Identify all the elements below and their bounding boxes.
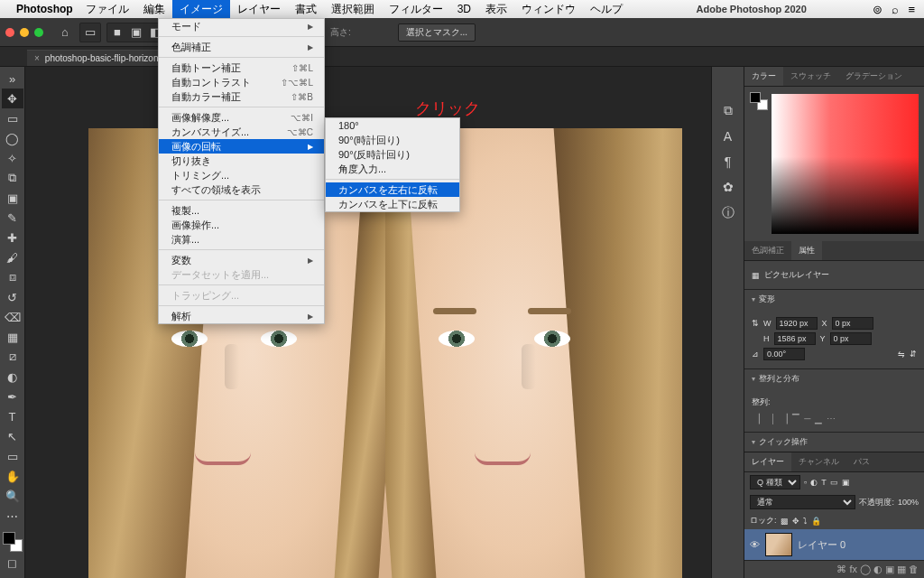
brush-tool-icon[interactable]: 🖌	[2, 247, 23, 267]
layer-row[interactable]: 👁 レイヤー 0	[744, 529, 924, 560]
menu-ウィンドウ[interactable]: ウィンドウ	[514, 0, 583, 18]
filter-image-icon[interactable]: ▫	[804, 478, 807, 487]
tab-channels[interactable]: チャンネル	[791, 452, 846, 471]
home-icon[interactable]: ⌂	[56, 23, 74, 42]
info-panel-icon[interactable]: ⓘ	[722, 205, 735, 221]
menu-ファイル[interactable]: ファイル	[79, 0, 136, 18]
tab-properties[interactable]: 属性	[791, 241, 822, 260]
opacity-value[interactable]: 100%	[898, 498, 919, 507]
filter-adjust-icon[interactable]: ◐	[810, 478, 818, 487]
menu-icon[interactable]: ≡	[908, 3, 915, 16]
fx-icon[interactable]: fx	[849, 564, 857, 575]
window-traffic-lights[interactable]	[5, 28, 43, 37]
menu-ヘルプ[interactable]: ヘルプ	[583, 0, 630, 18]
filter-type-icon[interactable]: T	[821, 478, 827, 487]
tab-swatches[interactable]: スウォッチ	[783, 67, 838, 86]
lock-all-icon[interactable]: 🔒	[811, 517, 821, 526]
foreground-background-swatch[interactable]	[2, 531, 23, 553]
flip-v-icon[interactable]: ⇵	[910, 350, 917, 359]
pen-tool-icon[interactable]: ✒	[2, 387, 23, 406]
selection-mode-new-icon[interactable]: ■	[109, 24, 125, 41]
lock-pixels-icon[interactable]: ▩	[781, 517, 789, 526]
menu-item[interactable]: 画像解像度...⌥⌘I	[159, 110, 324, 125]
x-input[interactable]	[832, 317, 873, 330]
menu-item[interactable]: 角度入力...	[326, 162, 459, 176]
layer-filter-select[interactable]: Q 種類	[750, 475, 800, 489]
menu-選択範囲[interactable]: 選択範囲	[324, 0, 382, 18]
search-icon[interactable]: ⌕	[892, 3, 899, 16]
menu-イメージ[interactable]: イメージ	[172, 0, 230, 18]
transform-section[interactable]: 変形	[744, 289, 924, 309]
link-wh-icon[interactable]: ⇅	[752, 319, 759, 328]
menu-item[interactable]: カンバスを上下に反転	[326, 197, 459, 211]
menu-item[interactable]: 複製...	[159, 203, 324, 218]
align-vcenter-icon[interactable]: ─	[804, 414, 810, 424]
dodge-tool-icon[interactable]: ◐	[2, 367, 23, 387]
menu-item[interactable]: 画像の回転	[159, 139, 324, 154]
menu-item[interactable]: 自動トーン補正⇧⌘L	[159, 61, 324, 75]
menu-item[interactable]: 90°(反時計回り)	[326, 147, 459, 162]
mask-icon[interactable]: ◯	[860, 564, 871, 575]
menu-item[interactable]: 自動コントラスト⇧⌥⌘L	[159, 75, 324, 89]
tab-color[interactable]: カラー	[744, 67, 783, 86]
layer-name[interactable]: レイヤー 0	[798, 538, 845, 552]
path-tool-icon[interactable]: ↖	[2, 426, 23, 446]
menu-item[interactable]: 変数	[159, 253, 324, 267]
hand-tool-icon[interactable]: ✋	[2, 466, 23, 486]
select-and-mask-button[interactable]: 選択とマスク...	[398, 23, 476, 42]
close-icon[interactable]: ×	[34, 53, 40, 63]
menu-item[interactable]: カンバスを左右に反転	[326, 182, 459, 197]
align-section[interactable]: 整列と分布	[744, 368, 924, 388]
visibility-icon[interactable]: 👁	[750, 539, 760, 550]
link-layers-icon[interactable]: ⌘	[836, 564, 846, 575]
marquee-tool-icon[interactable]: ▭	[82, 24, 98, 41]
character-panel-icon[interactable]: A	[724, 129, 732, 144]
menu-表示[interactable]: 表示	[478, 0, 514, 18]
menu-item[interactable]: 画像操作...	[159, 218, 324, 232]
tool-expand-icon[interactable]: »	[2, 69, 23, 89]
delete-layer-icon[interactable]: 🗑	[909, 564, 919, 575]
tab-gradients[interactable]: グラデーション	[838, 67, 910, 86]
paragraph-panel-icon[interactable]: ¶	[725, 154, 732, 169]
menu-item[interactable]: モード	[159, 19, 324, 33]
healing-tool-icon[interactable]: ✚	[2, 228, 23, 247]
new-layer-icon[interactable]: ▦	[897, 564, 906, 575]
magic-wand-tool-icon[interactable]: ✧	[2, 148, 23, 168]
filter-smart-icon[interactable]: ▣	[842, 478, 850, 487]
tab-layers[interactable]: レイヤー	[744, 452, 791, 471]
menu-item[interactable]: 演算...	[159, 232, 324, 247]
menu-item[interactable]: 90°(時計回り)	[326, 133, 459, 147]
menu-item[interactable]: 自動カラー補正⇧⌘B	[159, 89, 324, 104]
align-more-icon[interactable]: ⋯	[827, 414, 836, 424]
quick-actions-section[interactable]: クイック操作	[744, 432, 924, 452]
y-input[interactable]	[830, 332, 872, 345]
height-input[interactable]	[774, 332, 816, 345]
glyph-panel-icon[interactable]: ✿	[723, 180, 734, 194]
menu-item[interactable]: 色調補正	[159, 40, 324, 54]
layer-thumbnail[interactable]	[765, 533, 792, 556]
align-top-icon[interactable]: ▔	[792, 414, 799, 424]
angle-input[interactable]	[763, 348, 805, 360]
menu-フィルター[interactable]: フィルター	[382, 0, 450, 18]
type-tool-icon[interactable]: T	[2, 406, 23, 426]
shape-tool-icon[interactable]: ▭	[2, 446, 23, 466]
align-left-icon[interactable]: ▏	[759, 414, 766, 424]
menu-レイヤー[interactable]: レイヤー	[230, 0, 288, 18]
lasso-tool-icon[interactable]: ◯	[2, 128, 23, 148]
menu-item[interactable]: すべての領域を表示	[159, 182, 324, 197]
cloud-icon[interactable]: ⊚	[873, 3, 882, 16]
edit-toolbar-icon[interactable]: ⋯	[2, 506, 23, 526]
align-right-icon[interactable]: ▕	[781, 414, 788, 424]
lock-nested-icon[interactable]: ⤵	[803, 517, 808, 526]
group-icon[interactable]: ▣	[885, 564, 894, 575]
menu-item[interactable]: トリミング...	[159, 168, 324, 182]
tab-adjustments[interactable]: 色調補正	[744, 241, 791, 260]
move-tool-icon[interactable]: ✥	[2, 89, 23, 108]
image-menu-dropdown[interactable]: モード色調補正自動トーン補正⇧⌘L自動コントラスト⇧⌥⌘L自動カラー補正⇧⌘B画…	[158, 18, 325, 324]
menu-編集[interactable]: 編集	[136, 0, 172, 18]
menu-3D[interactable]: 3D	[450, 0, 478, 18]
selection-mode-add-icon[interactable]: ▣	[128, 24, 144, 41]
clone-tool-icon[interactable]: ⧈	[2, 267, 23, 287]
menu-書式[interactable]: 書式	[288, 0, 324, 18]
eraser-tool-icon[interactable]: ⌫	[2, 307, 23, 327]
